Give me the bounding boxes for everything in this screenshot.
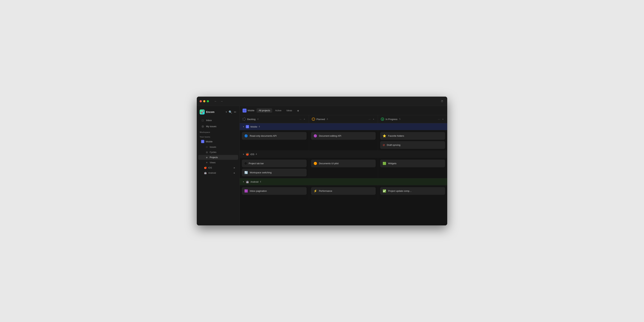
performance-title: Performance: [319, 190, 332, 192]
card-workspace-switching[interactable]: 🔄 Workspace switching: [242, 169, 306, 176]
close-button[interactable]: [200, 100, 202, 102]
android-expand-icon: ▶: [234, 172, 235, 174]
titlebar: ← → ⏱: [197, 96, 447, 106]
ios-team-label: iOS: [208, 166, 212, 169]
group-ios: ▼ 🍎 iOS 4 ⚙ Project tab bar: [240, 151, 447, 178]
mobile-group-header[interactable]: ▼ □ Mobile 4: [240, 123, 447, 130]
inbox-pagination-icon: 🟪: [244, 189, 248, 193]
card-doc-editing-api[interactable]: 🟣 Document editing API: [311, 132, 376, 140]
ios-group-label: iOS: [250, 153, 254, 156]
android-group-header[interactable]: ▼ 🤖 Android 4: [240, 178, 447, 185]
widgets-title: Widgets: [388, 162, 396, 165]
mobile-inprogress-col: ⭐ Favorite folders ⊘ Draft syncing: [378, 130, 447, 150]
compose-button[interactable]: ✏: [234, 110, 237, 114]
backlog-more-button[interactable]: ···: [299, 117, 302, 121]
mobile-team-icon: □: [201, 140, 204, 143]
project-update-icon: ✅: [383, 189, 386, 193]
back-button[interactable]: ←: [213, 99, 218, 104]
cycles-icon: ◎: [205, 151, 208, 154]
card-widgets[interactable]: 🟩 Widgets: [380, 160, 445, 167]
mobile-team-label: Mobile: [206, 140, 212, 143]
mobile-group-icon: □: [246, 125, 249, 128]
main-header: □ Mobile All projects Active Ideas ◈: [240, 106, 447, 115]
maximize-button[interactable]: [207, 100, 209, 102]
mobile-group-label: Mobile: [250, 126, 257, 128]
issues-label: Issues: [210, 146, 216, 148]
android-group-count: 4: [260, 180, 261, 183]
sidebar-item-my-issues[interactable]: ◎ My issues: [198, 124, 238, 129]
sidebar-child-ios[interactable]: 🍎 iOS ▶: [198, 165, 238, 170]
ios-group-count: 4: [256, 153, 257, 156]
ios-group-header-row: ▼ 🍎 iOS 4: [240, 151, 447, 158]
card-docs-ui-pilot[interactable]: 🟠 Documents UI pilot: [311, 160, 376, 167]
sidebar-sub-projects[interactable]: ◈ Projects: [198, 155, 238, 160]
project-tab-bar-icon: ⚙: [244, 162, 247, 165]
sidebar-item-inbox[interactable]: □ Inbox: [198, 118, 238, 123]
favorite-folders-icon: ⭐: [383, 134, 386, 138]
backlog-count: 4: [257, 118, 258, 120]
android-group-label: Android: [250, 180, 258, 183]
planned-title: Planned: [316, 118, 325, 120]
performance-icon: ⚡: [314, 189, 317, 193]
doc-editing-api-icon: 🟣: [314, 134, 317, 138]
sidebar-sub-views[interactable]: ≡ Views: [198, 160, 238, 165]
forward-button[interactable]: →: [219, 99, 224, 104]
inprogress-add-button[interactable]: +: [442, 117, 444, 121]
app-window: ← → ⏱ 🚀 Encom ▾ 🔍 ✏ □ Inbox: [197, 96, 447, 226]
card-read-only-api[interactable]: 🔵 Read-only documents API: [242, 132, 306, 140]
backlog-status-icon: [242, 118, 246, 121]
sidebar-sub-cycles[interactable]: ◎ Cycles: [198, 150, 238, 154]
backlog-add-button[interactable]: +: [303, 117, 306, 121]
inbox-pagination-title: Inbox pagination: [250, 190, 267, 192]
project-header-icon: □: [242, 108, 246, 112]
card-performance[interactable]: ⚡ Performance: [311, 187, 376, 195]
workspace-chevron-icon: ▾: [226, 111, 227, 113]
card-inbox-pagination[interactable]: 🟪 Inbox pagination: [242, 187, 306, 195]
search-button[interactable]: 🔍: [228, 110, 232, 114]
android-cards-row: 🟪 Inbox pagination ⚡ Performance: [240, 185, 447, 200]
sidebar-sub-issues[interactable]: □ Issues: [198, 144, 238, 149]
board-area: Backlog 4 ··· + ⬡ Planned 4: [240, 115, 447, 226]
inprogress-title: In Progress: [386, 118, 397, 120]
doc-editing-api-title: Document editing API: [319, 134, 341, 137]
ios-backlog-col: ⚙ Project tab bar 🔄 Workspace switching: [240, 158, 309, 178]
tab-all-projects[interactable]: All projects: [256, 108, 272, 113]
ios-cards-row: ⚙ Project tab bar 🔄 Workspace switching: [240, 158, 447, 178]
android-backlog-col: 🟪 Inbox pagination: [240, 185, 309, 200]
card-draft-syncing[interactable]: ⊘ Draft syncing: [380, 141, 445, 149]
target-icon: ◎: [201, 125, 204, 128]
cycles-label: Cycles: [210, 151, 216, 154]
sidebar-child-android[interactable]: 🤖 Android ▶: [198, 170, 238, 175]
planned-more-button[interactable]: ···: [368, 117, 371, 121]
tab-ideas[interactable]: Ideas: [284, 108, 294, 113]
card-project-tab-bar[interactable]: ⚙ Project tab bar: [242, 160, 306, 167]
android-team-icon: 🤖: [204, 172, 207, 174]
ios-group-chevron: ▼: [242, 153, 244, 155]
mobile-planned-col: 🟣 Document editing API: [309, 130, 378, 150]
layer-filter-button[interactable]: ◈: [296, 108, 300, 113]
planned-add-button[interactable]: +: [372, 117, 375, 121]
project-update-title: Project update comp…: [388, 190, 412, 192]
draft-syncing-icon: ⊘: [383, 143, 385, 147]
ios-group-header[interactable]: ▼ 🍎 iOS 4: [240, 151, 447, 158]
card-project-update[interactable]: ✅ Project update comp…: [380, 187, 445, 195]
workspace-header[interactable]: 🚀 Encom ▾ 🔍 ✏: [197, 108, 240, 116]
sidebar-team-mobile[interactable]: □ Mobile: [198, 139, 238, 144]
minimize-button[interactable]: [203, 100, 205, 102]
ios-expand-icon: ▶: [234, 167, 235, 169]
my-issues-label: My issues: [206, 125, 216, 128]
mobile-group-count: 4: [259, 126, 260, 128]
tab-active[interactable]: Active: [273, 108, 284, 113]
android-team-label: Android: [208, 172, 216, 174]
inbox-icon: □: [201, 119, 204, 122]
mobile-cards-row: 🔵 Read-only documents API 🟣 Document edi…: [240, 130, 447, 151]
history-button[interactable]: ⏱: [440, 99, 444, 104]
app-body: 🚀 Encom ▾ 🔍 ✏ □ Inbox ◎ My issues Worksp…: [197, 106, 447, 226]
inprogress-more-button[interactable]: ···: [437, 117, 441, 121]
inbox-label: Inbox: [206, 119, 212, 122]
card-favorite-folders[interactable]: ⭐ Favorite folders: [380, 132, 445, 140]
column-header-inprogress: ◑ In Progress 5 ··· +: [378, 115, 447, 123]
inprogress-status-icon: ◑: [381, 118, 384, 121]
projects-icon: ◈: [205, 156, 208, 159]
ios-group-icon: 🍎: [246, 152, 249, 156]
